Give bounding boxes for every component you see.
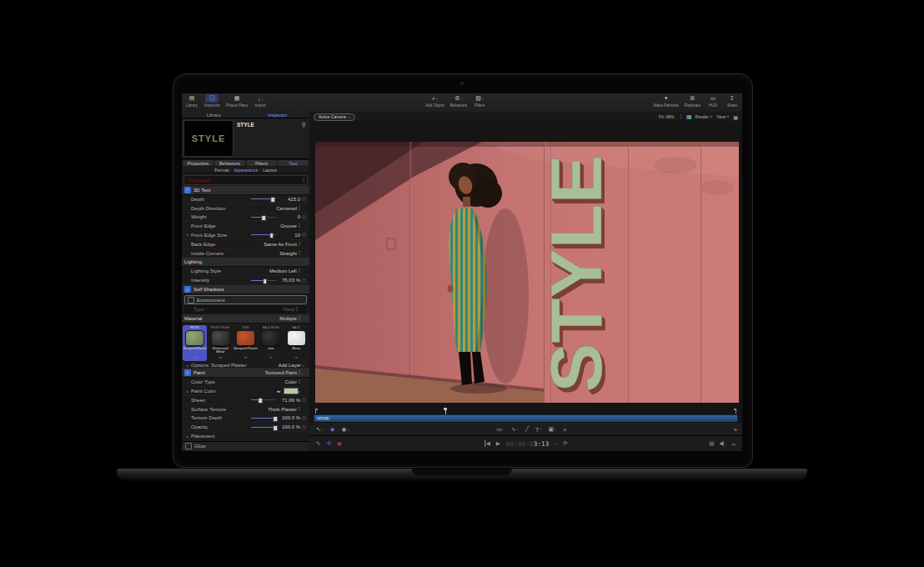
row-depth[interactable]: Depth425.0 [182, 195, 309, 204]
row-type[interactable]: TypeField˄˅ [184, 305, 307, 314]
loop-playback-icon[interactable]: ⟳ [563, 440, 567, 447]
row-front-edge[interactable]: Front EdgeGroove˄˅ [182, 222, 309, 231]
play-button[interactable]: ▶ [496, 440, 500, 447]
stepper-icon[interactable]: ˄˅ [296, 307, 298, 312]
row-intensity[interactable]: Intensity76.03 % [182, 276, 309, 285]
viewport-image[interactable]: STYLESTYLESTYLESTYLESTYLESTYLESTYLE [315, 142, 739, 403]
stepper-icon[interactable]: ˄˅ [299, 379, 300, 384]
slider-front-edge-size[interactable] [251, 234, 276, 235]
toolbar-button-behaviors[interactable]: ⚙˅Behaviors [450, 94, 467, 108]
toolbar-button-make-particles[interactable]: ✦Make Particles [654, 94, 679, 108]
layout-grid-icon[interactable]: ▦ [733, 114, 738, 120]
slider-thumb[interactable] [259, 398, 264, 404]
stepper-icon[interactable]: ˄˅ [680, 114, 681, 119]
row-opacity[interactable]: Opacity100.0 % [182, 423, 309, 432]
subtab-appearance[interactable]: Appearance [234, 168, 258, 173]
line-tool[interactable]: ╱ [525, 426, 529, 433]
material-options-row[interactable]: ▸ Options: Scraped Plaster Add Layer ˅ [182, 363, 309, 369]
bezier-tool[interactable]: ∿˅ [511, 426, 519, 433]
camera-select[interactable]: Active Camera˅ [314, 113, 355, 121]
stepper-icon[interactable]: ˄˅ [299, 223, 300, 228]
eyedropper-icon[interactable]: ✒ [277, 389, 281, 394]
material-tile-front-edge[interactable]: FRONT EDGEDistressed Metal∞ [208, 325, 232, 361]
tab-library[interactable]: Library [182, 112, 246, 118]
paint-color-swatch[interactable] [284, 388, 299, 394]
slider-thumb[interactable] [269, 233, 274, 238]
section-header-lighting[interactable]: Lighting [182, 258, 309, 267]
material-swatch[interactable] [185, 330, 204, 346]
tab-properties[interactable]: Properties [183, 160, 213, 166]
section-header-material[interactable]: MaterialMultiple˄˅ [182, 314, 309, 324]
image-mask-tool[interactable]: ▣˅ [548, 426, 556, 433]
material-swatch[interactable] [261, 330, 280, 346]
timeline-view-toggle[interactable]: ▤ [709, 440, 714, 447]
section-header-3d-text[interactable]: ✓3D Text [182, 186, 309, 195]
slider-thumb[interactable] [273, 425, 278, 431]
row-surface-texture[interactable]: Surface TextureThick Plaster˄˅ [182, 405, 309, 414]
checkbox[interactable]: ✓ [184, 187, 191, 193]
tab-filters[interactable]: Filters [246, 160, 277, 166]
play-range-end[interactable] [736, 409, 736, 414]
previous-frame-button[interactable]: ◀ [485, 440, 490, 447]
tab-text[interactable]: Text [278, 160, 309, 166]
stepper-icon[interactable]: ˄˅ [299, 268, 300, 273]
stepper-icon[interactable]: ˄˅ [299, 316, 300, 321]
audio-toggle[interactable] [720, 441, 726, 447]
view-3d-tool[interactable]: ◉˅ [341, 426, 349, 433]
slider-sheen[interactable] [251, 399, 276, 400]
slider-thumb[interactable] [263, 278, 268, 284]
section-header-paint[interactable]: ✓PaintTextured Paint˄˅ [182, 369, 309, 378]
pin-icon[interactable]: ⚲ [302, 122, 306, 128]
render-menu[interactable]: Render ˅ [696, 114, 713, 119]
toolbar-button-replicate[interactable]: ⊞Replicate [685, 94, 701, 108]
add-layer-button[interactable]: Add Layer ˅ [279, 363, 304, 368]
row-color-type[interactable]: Color TypeColor˄˅ [182, 378, 309, 387]
row-placement[interactable]: ▸Placement [182, 432, 309, 441]
link-icon[interactable]: ∞ [193, 355, 196, 359]
keyframe-icon[interactable] [300, 197, 306, 201]
play-range-start[interactable] [315, 409, 316, 414]
toolbar-button-library[interactable]: ▤Library [185, 94, 198, 108]
toolbar-button-share[interactable]: ↥Share [726, 94, 739, 108]
tab-inspector[interactable]: Inspector [246, 112, 310, 118]
fit-zoom-control[interactable]: Fit: 68% [659, 114, 674, 119]
slider-thumb[interactable] [273, 416, 278, 422]
keyframe-icon[interactable] [300, 398, 306, 402]
material-swatch[interactable] [211, 330, 230, 346]
row-inside-corners[interactable]: Inside CornersStraight˄˅ [182, 249, 309, 258]
row-texture-depth[interactable]: Texture Depth100.0 % [182, 414, 309, 424]
row-lighting-style[interactable]: Lighting StyleMedium Left˄˅ [182, 267, 309, 276]
slider-intensity[interactable] [251, 280, 276, 281]
material-swatch[interactable] [236, 330, 255, 346]
loop-range[interactable]: ⟲ [326, 440, 330, 447]
toolbar-button-filters[interactable]: ▧˅Filters [473, 94, 486, 108]
material-swatch[interactable] [287, 330, 306, 346]
stepper-icon[interactable]: ˄˅ [299, 370, 300, 375]
tab-behaviors[interactable]: Behaviors [214, 160, 245, 166]
playhead[interactable] [445, 408, 446, 414]
transform-3d-tool[interactable]: ◈ [330, 426, 334, 433]
rectangle-tool[interactable]: ▭˅ [496, 426, 505, 433]
toolbar-button-inspector[interactable]: ⓘInspector [204, 94, 220, 108]
stepper-icon[interactable]: ˄˅ [299, 206, 300, 211]
row-sheen[interactable]: Sheen71.06 % [182, 396, 309, 405]
slider-thumb[interactable] [261, 215, 266, 221]
row-weight[interactable]: Weight0 [182, 213, 309, 223]
text-tool[interactable]: T˅ [535, 427, 541, 433]
link-icon[interactable]: ∞ [219, 355, 222, 359]
toolbar-button-import[interactable]: ↓˅Import [254, 94, 267, 108]
toolbar-button-hud[interactable]: ▭HUD [706, 94, 720, 108]
link-toggle[interactable]: ∞ [731, 441, 736, 447]
row-back-edge[interactable]: Back EdgeSame As Front˄˅ [182, 240, 309, 249]
record-animation[interactable]: ◉ [337, 440, 342, 447]
chevron-down-icon[interactable]: ˅ [555, 442, 557, 446]
row-front-edge-size[interactable]: ▸Front Edge Size10 [182, 231, 309, 240]
toolbar-button-project-pane[interactable]: ▦Project Pane [226, 94, 248, 108]
view-menu[interactable]: View ˅ [716, 114, 729, 119]
row-paint-color[interactable]: ▸Paint Color✒ ˅ [182, 387, 309, 396]
subtab-format[interactable]: Format [214, 168, 228, 173]
keyframe-icon[interactable] [300, 278, 306, 283]
show-keyframes[interactable]: ✎ [316, 440, 320, 447]
timecode-display[interactable]: 00:00:03:13 [506, 440, 550, 448]
keyframe-icon[interactable] [300, 233, 306, 237]
